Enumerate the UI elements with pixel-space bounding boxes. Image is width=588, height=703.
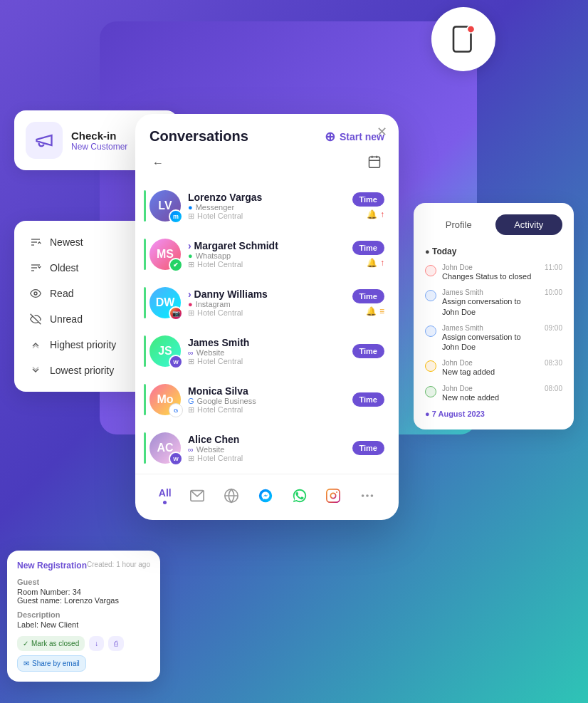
conversation-meta: Time [352, 441, 384, 455]
bottom-tabs: All [135, 474, 399, 520]
activity-date-section: ● 7 August 2023 [425, 410, 562, 418]
avatar-wrap: LV m [149, 190, 181, 222]
calendar-button[interactable] [364, 152, 384, 175]
list-item[interactable]: DW 1 📷 Danny Williams ● Instagram ⊞ Hote… [144, 280, 390, 326]
tab-email[interactable] [184, 485, 211, 506]
messenger-dot: ● [188, 203, 193, 212]
list-item[interactable]: LV m Lorenzo Vargas ● Messenger ⊞ Hotel … [144, 183, 390, 229]
sort-newest[interactable]: Newest [26, 229, 152, 255]
sort-read[interactable]: Read [26, 281, 152, 306]
conversations-panel: Conversations ⊕ Start new ✕ ← LV m [135, 114, 399, 520]
sort-unread[interactable]: Unread [26, 306, 152, 332]
time-badge: Time [352, 392, 384, 407]
reg-description-section: Description Label: New Client [17, 610, 150, 629]
activity-item: James Smith Assign conversation to John … [425, 324, 562, 353]
tab-all[interactable]: All [153, 484, 177, 507]
avatar-wrap: MS 1 ✔ [149, 239, 181, 270]
svg-point-18 [336, 491, 337, 493]
list-item[interactable]: Mo G Monica Silva G Google Business ⊞ Ho… [144, 377, 390, 422]
contact-name: Margaret Schmidt [188, 240, 345, 251]
sort-newest-label: Newest [50, 236, 83, 248]
conversations-header: Conversations ⊕ Start new [135, 114, 399, 152]
platform-badge: W [169, 452, 183, 466]
checkin-title: Check-in [71, 130, 127, 142]
time-badge: Time [352, 241, 384, 255]
sort-desc-icon [28, 261, 43, 275]
tab-profile[interactable]: Profile [425, 214, 493, 235]
platform-label: ● Instagram [188, 300, 345, 308]
print-button[interactable]: ⎙ [108, 636, 124, 651]
sort-lowest[interactable]: Lowest priority [26, 358, 152, 383]
sort-lowest-label: Lowest priority [50, 365, 114, 376]
activity-tabs: Profile Activity [425, 214, 562, 235]
sort-highest[interactable]: Highest priority [26, 332, 152, 358]
activity-action: Assign conversation to John Doe [442, 296, 539, 317]
contact-name: Danny Williams [188, 288, 345, 300]
reg-room-number: Room Number: 34 [17, 588, 150, 596]
messenger-icon [258, 488, 273, 504]
conversation-info: Monica Silva G Google Business ⊞ Hotel C… [188, 385, 345, 415]
avatar-wrap: AC W [149, 432, 181, 464]
notification-icon-circle[interactable] [431, 7, 495, 71]
activity-action: New note added [442, 392, 539, 402]
reg-description-label: Description [17, 610, 150, 619]
reg-label-value: Label: New Client [17, 620, 150, 629]
phone-notification-icon [448, 24, 478, 54]
tab-instagram[interactable] [320, 485, 347, 506]
list-item[interactable]: JS W James Smith ∞ Website ⊞ Hotel Centr… [144, 328, 390, 374]
conversations-list: LV m Lorenzo Vargas ● Messenger ⊞ Hotel … [135, 183, 399, 474]
whatsapp-dot: ● [188, 251, 193, 260]
tab-more[interactable] [354, 485, 381, 506]
svg-point-19 [362, 494, 364, 497]
list-item[interactable]: AC W Alice Chen ∞ Website ⊞ Hotel Centra… [144, 425, 390, 471]
tab-website[interactable] [218, 485, 245, 506]
list-item[interactable]: MS 1 ✔ Margaret Schmidt ● Whatsapp ⊞ Hot… [144, 231, 390, 277]
website-icon [224, 488, 239, 504]
close-button[interactable]: ✕ [377, 125, 387, 138]
tab-activity[interactable]: Activity [495, 214, 563, 235]
sort-read-label: Read [50, 288, 73, 299]
status-bar [144, 384, 146, 415]
print-icon: ⎙ [114, 640, 118, 647]
conversation-info: Alice Chen ∞ Website ⊞ Hotel Central [188, 434, 345, 463]
activity-content: John Doe Changes Status to closed [442, 264, 539, 281]
activity-item: John Doe New tag added 08:30 [425, 359, 562, 377]
status-bar [144, 287, 146, 318]
sort-oldest[interactable]: Oldest [26, 255, 152, 281]
chevron-up-icon [28, 338, 43, 352]
tag-dot [425, 360, 436, 372]
conversation-meta: Time [352, 344, 384, 358]
platform-badge: G [169, 403, 183, 417]
tab-messenger[interactable] [252, 485, 279, 506]
reg-actions: ✓ Mark as closed ↓ ⎙ ✉ Share by email [17, 636, 150, 672]
assign-dot [425, 290, 436, 301]
platform-label: ● Messenger [188, 203, 345, 212]
platform-badge: ✔ [169, 258, 183, 272]
building-icon: ⊞ [188, 308, 194, 318]
back-button[interactable]: ← [149, 154, 167, 172]
reg-header: New Registration Created: 1 hour ago [17, 561, 150, 571]
priority-up-icon: ↑ [380, 209, 384, 219]
mark-closed-button[interactable]: ✓ Mark as closed [17, 636, 85, 651]
conversation-info: Lorenzo Vargas ● Messenger ⊞ Hotel Centr… [188, 192, 345, 221]
share-email-button[interactable]: ✉ Share by email [17, 655, 86, 672]
tab-whatsapp[interactable] [286, 485, 313, 506]
platform-label: ∞ Website [188, 348, 345, 357]
close-status-dot [425, 265, 436, 276]
eye-off-icon [28, 312, 43, 326]
download-button[interactable]: ↓ [89, 636, 104, 651]
sort-oldest-label: Oldest [50, 262, 78, 274]
activity-action: New tag added [442, 367, 539, 377]
today-label: ● Today [425, 246, 562, 256]
megaphone-icon [34, 130, 54, 150]
time-badge: Time [352, 441, 384, 455]
avatar-wrap: JS W [149, 335, 181, 367]
status-bar [144, 190, 146, 222]
activity-content: John Doe New note added [442, 385, 539, 402]
avatar-wrap: Mo G [149, 384, 181, 415]
svg-point-20 [366, 494, 369, 497]
activity-item: John Doe New note added 08:00 [425, 385, 562, 402]
start-new-button[interactable]: ⊕ Start new [325, 129, 384, 145]
check-icon: ✓ [23, 640, 28, 647]
activity-time: 08:00 [545, 385, 562, 392]
